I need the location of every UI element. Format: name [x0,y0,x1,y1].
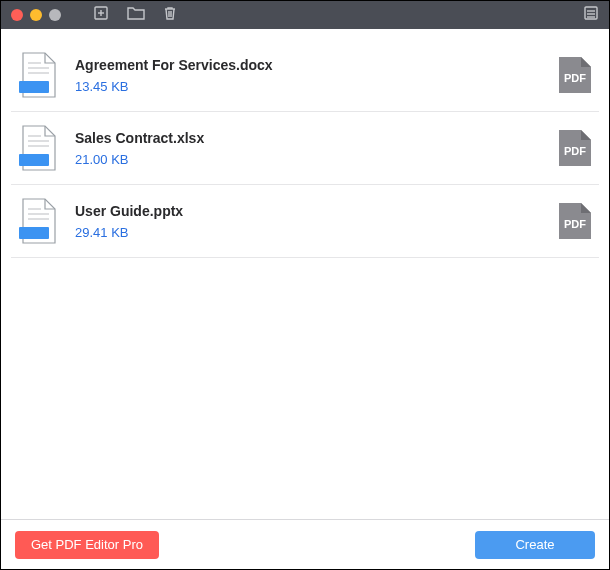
file-meta: User Guide.pptx 29.41 KB [75,203,543,240]
svg-text:PDF: PDF [564,72,586,84]
file-name: User Guide.pptx [75,203,543,219]
list-item[interactable]: Agreement For Services.docx 13.45 KB PDF [11,39,599,112]
list-item[interactable]: Sales Contract.xlsx 21.00 KB PDF [11,112,599,185]
document-icon [17,124,61,172]
file-name: Agreement For Services.docx [75,57,543,73]
document-icon [17,197,61,245]
file-list: Agreement For Services.docx 13.45 KB PDF [11,39,599,258]
svg-rect-12 [19,81,49,93]
app-window: Agreement For Services.docx 13.45 KB PDF [0,0,610,570]
document-icon [17,51,61,99]
svg-text:PDF: PDF [564,145,586,157]
toolbar [93,5,177,25]
file-size: 29.41 KB [75,225,543,240]
file-name: Sales Contract.xlsx [75,130,543,146]
file-size: 21.00 KB [75,152,543,167]
folder-icon[interactable] [127,5,145,25]
list-item[interactable]: User Guide.pptx 29.41 KB PDF [11,185,599,258]
file-meta: Agreement For Services.docx 13.45 KB [75,57,543,94]
list-toggle-icon[interactable] [583,5,599,25]
pdf-output-icon: PDF [557,128,593,168]
footer: Get PDF Editor Pro Create [1,519,609,569]
pdf-output-icon: PDF [557,55,593,95]
close-icon[interactable] [11,9,23,21]
file-meta: Sales Contract.xlsx 21.00 KB [75,130,543,167]
create-button[interactable]: Create [475,531,595,559]
titlebar [1,1,609,29]
minimize-icon[interactable] [30,9,42,21]
trash-icon[interactable] [163,5,177,25]
svg-rect-17 [19,154,49,166]
window-controls [11,9,61,21]
get-pro-button[interactable]: Get PDF Editor Pro [15,531,159,559]
maximize-icon[interactable] [49,9,61,21]
content-area: Agreement For Services.docx 13.45 KB PDF [1,29,609,519]
svg-rect-22 [19,227,49,239]
svg-text:PDF: PDF [564,218,586,230]
pdf-output-icon: PDF [557,201,593,241]
add-file-icon[interactable] [93,5,109,25]
file-size: 13.45 KB [75,79,543,94]
